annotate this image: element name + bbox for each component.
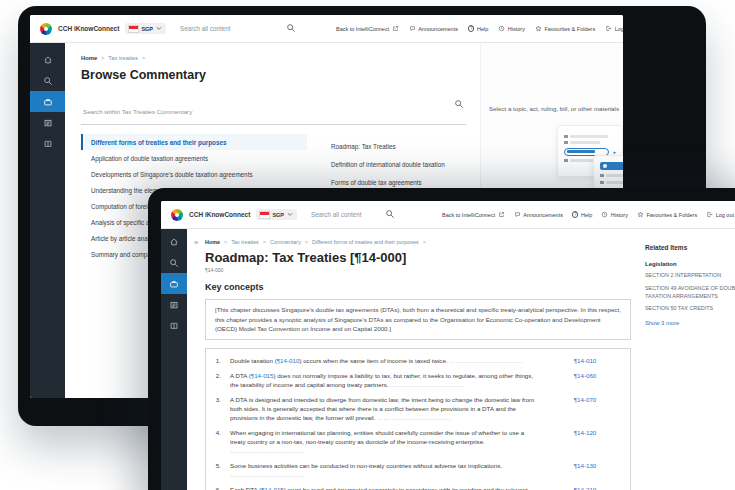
breadcrumb-item[interactable]: Home: [205, 239, 220, 245]
topic-list-item[interactable]: Different forms of treaties and their pu…: [81, 134, 307, 150]
nav-home[interactable]: [161, 231, 187, 252]
brand-name: CCH iKnowConnect: [189, 211, 250, 218]
region-selector[interactable]: SGP: [256, 209, 297, 220]
favourites-link[interactable]: Favourites & Folders: [637, 211, 697, 218]
announcement-icon: [409, 25, 416, 32]
breadcrumb: Home>Tax treaties>: [81, 55, 466, 61]
nav-search[interactable]: [161, 252, 187, 273]
row-text: A DTA is designed and intended to diverg…: [230, 396, 540, 423]
announcements-link[interactable]: Announcements: [409, 25, 458, 32]
breadcrumb-separator: >: [423, 239, 426, 245]
laptop-device: CCH iKnowConnect SGP Back to IntelliConn…: [148, 188, 735, 490]
commentary-search-input[interactable]: [81, 107, 439, 116]
history-link[interactable]: History: [498, 25, 525, 32]
commentary-search: [81, 97, 466, 125]
row-text: Each DTA (¶14-015) must be read and inte…: [230, 486, 540, 490]
breadcrumb-separator: >: [101, 55, 104, 61]
front-app-body: » Home>Tax treaties>Commentary>Different…: [161, 229, 735, 490]
key-concept-row: 5.Some business activities can be conduc…: [206, 459, 630, 483]
nav-search[interactable]: [30, 70, 65, 91]
related-legislation-link[interactable]: SECTION 50 TAX CREDITS: [645, 305, 735, 313]
row-paragraph-ref[interactable]: ¶14-070: [540, 396, 630, 423]
breadcrumb-item[interactable]: Home: [81, 55, 97, 61]
row-paragraph-ref[interactable]: ¶14-130: [540, 462, 630, 480]
open-book-icon: [43, 139, 53, 149]
history-link[interactable]: History: [601, 211, 628, 218]
brand-name: CCH iKnowConnect: [58, 25, 119, 32]
article-list-item[interactable]: Definition of international double taxat…: [331, 155, 466, 173]
legislation-group-heading: Legislation: [645, 261, 735, 267]
help-link[interactable]: Help: [468, 25, 488, 32]
row-paragraph-ref[interactable]: ¶14-010: [540, 357, 630, 366]
logout-link[interactable]: Log out: [605, 25, 623, 32]
external-link-icon: [498, 211, 505, 218]
search-icon: [43, 76, 53, 86]
search-icon[interactable]: [385, 209, 395, 219]
nav-browse-commentary[interactable]: [30, 91, 65, 112]
related-legislation-link[interactable]: SECTION 2 INTERPRETATION: [645, 272, 735, 280]
chapter-summary: [This chapter discusses Singapore's doub…: [205, 299, 631, 340]
app-header: CCH iKnowConnect SGP Back to IntelliConn…: [161, 201, 735, 229]
back-to-intelliconnect-link[interactable]: Back to IntelliConnect: [442, 211, 505, 218]
back-to-intelliconnect-link[interactable]: Back to IntelliConnect: [336, 25, 399, 32]
topic-list-item[interactable]: Application of double taxation agreement…: [81, 150, 307, 166]
brand-logo-icon: [171, 209, 183, 221]
key-concept-row: 2.A DTA (¶14-015) does not normally impo…: [206, 369, 630, 393]
announcements-link[interactable]: Announcements: [514, 211, 563, 218]
breadcrumb-item[interactable]: Tax treaties: [108, 55, 138, 61]
global-search-input[interactable]: [309, 210, 433, 219]
favourites-link[interactable]: Favourites & Folders: [535, 25, 595, 32]
nav-home[interactable]: [30, 49, 65, 70]
nav-practice-tools[interactable]: [161, 315, 187, 336]
key-concept-row: 6.Each DTA (¶14-015) must be read and in…: [206, 483, 630, 490]
history-clock-icon: [601, 211, 608, 218]
show-more-link[interactable]: Show 3 more: [645, 320, 735, 326]
row-paragraph-ref[interactable]: ¶14-120: [540, 429, 630, 456]
region-code: SGP: [272, 212, 284, 218]
nav-practice-tools[interactable]: [30, 133, 65, 154]
inline-paragraph-ref[interactable]: ¶14-010: [277, 357, 300, 364]
search-icon[interactable]: [286, 23, 296, 33]
article-list-item[interactable]: Roadmap: Tax Treaties: [331, 137, 466, 155]
stage: CCH iKnowConnect SGP Back to IntelliConn…: [0, 0, 735, 490]
related-items-heading: Related Items: [645, 244, 735, 251]
front-window: CCH iKnowConnect SGP Back to IntelliConn…: [161, 201, 735, 490]
breadcrumb-item[interactable]: Commentary: [270, 239, 301, 245]
related-items-panel: Related Items Legislation SECTION 2 INTE…: [631, 229, 735, 490]
newspaper-icon: [169, 300, 179, 310]
breadcrumb-item[interactable]: Tax treaties: [231, 239, 259, 245]
nav-news[interactable]: [161, 294, 187, 315]
logout-link[interactable]: Log out: [706, 211, 734, 218]
row-text: When engaging in international tax plann…: [230, 429, 540, 456]
key-concept-row: 4.When engaging in international tax pla…: [206, 426, 630, 459]
briefcase-icon: [43, 97, 53, 107]
section-heading: Key concepts: [205, 282, 631, 292]
nav-browse-commentary[interactable]: [161, 273, 187, 294]
row-paragraph-ref[interactable]: ¶14-210: [540, 486, 630, 490]
search-icon[interactable]: [454, 99, 464, 109]
breadcrumb-separator: >: [142, 55, 145, 61]
help-link[interactable]: Help: [572, 211, 592, 218]
row-paragraph-ref[interactable]: ¶14-060: [540, 372, 630, 390]
double-chevron-right-icon: »: [194, 238, 198, 247]
home-icon: [169, 237, 179, 247]
global-search-input[interactable]: [178, 24, 302, 33]
breadcrumb: Home>Tax treaties>Commentary>Different f…: [205, 239, 631, 245]
briefcase-icon: [169, 279, 179, 289]
expand-toc-control[interactable]: »: [187, 229, 205, 490]
row-number: 6.: [206, 486, 230, 490]
related-legislation-link[interactable]: SECTION 49 AVOIDANCE OF DOUBLE TAXATION …: [645, 285, 735, 301]
row-number: 3.: [206, 396, 230, 423]
region-selector[interactable]: SGP: [125, 23, 166, 34]
help-icon: [468, 25, 475, 32]
left-nav-rail: [161, 229, 187, 490]
nav-news[interactable]: [30, 112, 65, 133]
topic-list-item[interactable]: Developments of Singapore's double taxat…: [81, 166, 307, 182]
breadcrumb-item[interactable]: Different forms of treaties and their pu…: [312, 239, 419, 245]
document-title: Roadmap: Tax Treaties [¶14-000]: [205, 250, 631, 265]
open-book-icon: [169, 321, 179, 331]
announcement-icon: [514, 211, 521, 218]
inline-paragraph-ref[interactable]: ¶14-015: [251, 372, 274, 379]
home-icon: [43, 55, 53, 65]
inline-paragraph-ref[interactable]: ¶14-015: [261, 486, 284, 490]
